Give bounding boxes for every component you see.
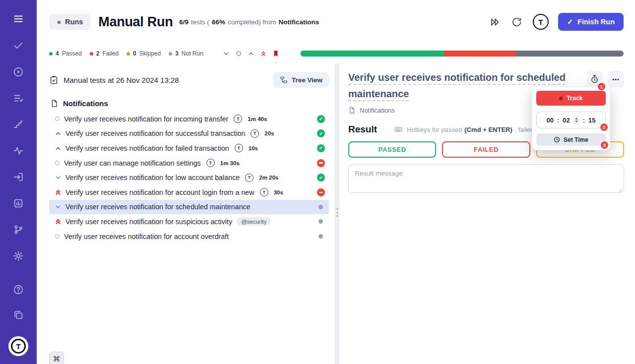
track-button[interactable]: Track bbox=[536, 91, 606, 106]
test-duration: 1m 30s bbox=[220, 160, 240, 166]
detail-title-actions: 1 ••• bbox=[586, 69, 624, 87]
priority-medium-filter-icon[interactable] bbox=[247, 50, 255, 58]
test-row[interactable]: Verify user receives notification for lo… bbox=[49, 170, 329, 185]
test-row[interactable]: Verify user can manage notification sett… bbox=[49, 156, 329, 171]
sidebar-tests-icon[interactable] bbox=[12, 40, 24, 52]
sidebar-reports-icon[interactable] bbox=[12, 197, 24, 209]
minutes-stepper[interactable] bbox=[573, 116, 579, 124]
priority-normal-icon bbox=[55, 161, 60, 165]
sidebar-branches-icon[interactable] bbox=[12, 224, 24, 236]
test-row[interactable]: Verify user receives notification for in… bbox=[49, 112, 329, 126]
priority-high-filter-icon[interactable] bbox=[259, 50, 267, 58]
retry-history-icon[interactable] bbox=[510, 15, 523, 28]
test-tag[interactable]: @security bbox=[237, 217, 271, 226]
status-passed-icon: ✓ bbox=[317, 115, 325, 123]
fast-forward-icon[interactable] bbox=[489, 15, 502, 28]
status-passed-icon: ✓ bbox=[317, 129, 325, 137]
status-failed-icon bbox=[317, 159, 325, 167]
run-clipboard-icon bbox=[49, 75, 59, 85]
set-time-button[interactable]: Set Time 3 bbox=[536, 133, 606, 146]
result-message-input[interactable] bbox=[348, 164, 624, 193]
failed-count: 2 bbox=[96, 50, 100, 57]
legend-notrun[interactable]: 3 Not Run bbox=[169, 50, 203, 57]
test-row[interactable]: Verify user receives notification for su… bbox=[49, 126, 329, 141]
tree-view-label: Tree View bbox=[292, 76, 322, 84]
hotkeys-prefix: Hotkeys for passed bbox=[407, 126, 462, 133]
testomat-avatar[interactable]: T bbox=[532, 13, 549, 30]
test-detail-panel: Verify user receives notification for sc… bbox=[339, 63, 635, 364]
record-dot-icon bbox=[559, 97, 563, 100]
priority-normal-filter-icon[interactable] bbox=[235, 50, 243, 58]
tutorial-badge-2: 2 bbox=[600, 123, 608, 131]
priority-low-icon bbox=[55, 204, 61, 210]
stats-source: Notifications bbox=[278, 18, 319, 26]
tree-view-button[interactable]: Tree View bbox=[273, 72, 329, 88]
track-label: Track bbox=[567, 95, 583, 102]
logo-letter: T bbox=[11, 339, 26, 354]
testomat-logo[interactable]: T bbox=[8, 336, 28, 356]
priority-low-icon bbox=[55, 175, 61, 181]
test-row[interactable]: Verify user receives notification for ac… bbox=[49, 185, 329, 200]
legend-skipped[interactable]: 0 Skipped bbox=[127, 50, 161, 57]
timer-button[interactable]: 1 bbox=[586, 71, 603, 87]
test-title: Verify user receives notification for fa… bbox=[65, 144, 229, 152]
test-row[interactable]: Verify user receives notification for sc… bbox=[49, 200, 329, 215]
status-notrun-icon bbox=[318, 234, 323, 239]
app-root: T « Runs Manual Run 6/9 tests ( 66% comp… bbox=[0, 0, 635, 364]
failed-label: Failed bbox=[102, 50, 119, 57]
sidebar-nav bbox=[12, 40, 24, 262]
sidebar-help-icon[interactable] bbox=[12, 284, 24, 296]
notrun-label: Not Run bbox=[182, 50, 203, 57]
sidebar-runs-icon[interactable] bbox=[12, 66, 24, 78]
test-row[interactable]: Verify user receives notification for su… bbox=[49, 214, 329, 229]
test-row[interactable]: Verify user receives notification for ac… bbox=[49, 229, 329, 244]
more-options-button[interactable]: ••• bbox=[608, 71, 624, 87]
tutorial-badge-3: 3 bbox=[601, 141, 608, 149]
top-actions: T ✓ Finish Run bbox=[489, 13, 624, 31]
priority-medium-icon bbox=[55, 130, 61, 136]
back-to-runs-button[interactable]: « Runs bbox=[49, 14, 91, 30]
passed-button[interactable]: PASSED bbox=[348, 141, 436, 158]
top-bar: « Runs Manual Run 6/9 tests ( 66% comple… bbox=[37, 0, 635, 44]
stepper-down-icon[interactable] bbox=[575, 121, 578, 122]
finish-run-button[interactable]: ✓ Finish Run bbox=[558, 13, 624, 31]
more-icon: ••• bbox=[612, 76, 620, 82]
sidebar-projects-icon[interactable] bbox=[12, 309, 24, 321]
sidebar-steps-icon[interactable] bbox=[12, 119, 24, 130]
time-input-group: 00 : 02 : 15 2 bbox=[536, 112, 606, 128]
priority-medium-icon bbox=[55, 145, 61, 151]
back-chevrons-icon: « bbox=[57, 18, 61, 26]
test-duration: 30s bbox=[274, 189, 283, 195]
status-failed-icon bbox=[317, 188, 325, 196]
legend-failed[interactable]: 2 Failed bbox=[90, 50, 119, 57]
minutes-input[interactable]: 02 bbox=[563, 117, 570, 124]
skipped-label: Skipped bbox=[139, 50, 161, 57]
testomat-badge-icon: T bbox=[235, 144, 243, 152]
passed-count: 4 bbox=[56, 50, 59, 57]
status-passed-icon: ✓ bbox=[317, 144, 325, 152]
timer-popup: Track 00 : 02 : 15 2 bbox=[532, 86, 610, 150]
sidebar-settings-icon[interactable] bbox=[12, 250, 24, 262]
command-palette-button[interactable]: ⌘ bbox=[49, 352, 64, 364]
priority-high-icon bbox=[55, 218, 61, 225]
test-list: Verify user receives notification for in… bbox=[49, 112, 329, 243]
sidebar-activity-icon[interactable] bbox=[12, 145, 24, 157]
bookmark-flag-icon[interactable] bbox=[272, 50, 280, 58]
progress-failed bbox=[444, 51, 516, 57]
sidebar-import-icon[interactable] bbox=[12, 171, 24, 183]
run-stats: 6/9 tests ( 66% completed) from Notifica… bbox=[179, 18, 319, 26]
stepper-up-icon[interactable] bbox=[575, 118, 578, 120]
legend-passed[interactable]: 4 Passed bbox=[49, 50, 82, 57]
test-row[interactable]: Verify user receives notification for fa… bbox=[49, 141, 329, 156]
priority-high-icon bbox=[55, 189, 61, 196]
test-title: Verify user receives notification for su… bbox=[65, 129, 245, 137]
seconds-input[interactable]: 15 bbox=[588, 117, 595, 124]
suite-header[interactable]: Notifications bbox=[49, 99, 329, 108]
menu-icon[interactable] bbox=[12, 13, 24, 25]
hours-input[interactable]: 00 bbox=[546, 117, 553, 124]
failed-button[interactable]: FAILED bbox=[442, 141, 530, 158]
chevron-down-icon[interactable] bbox=[222, 50, 230, 58]
sidebar-plans-icon[interactable] bbox=[12, 92, 24, 104]
sidebar-bottom: T bbox=[8, 284, 28, 356]
panel-splitter[interactable] bbox=[335, 63, 339, 364]
